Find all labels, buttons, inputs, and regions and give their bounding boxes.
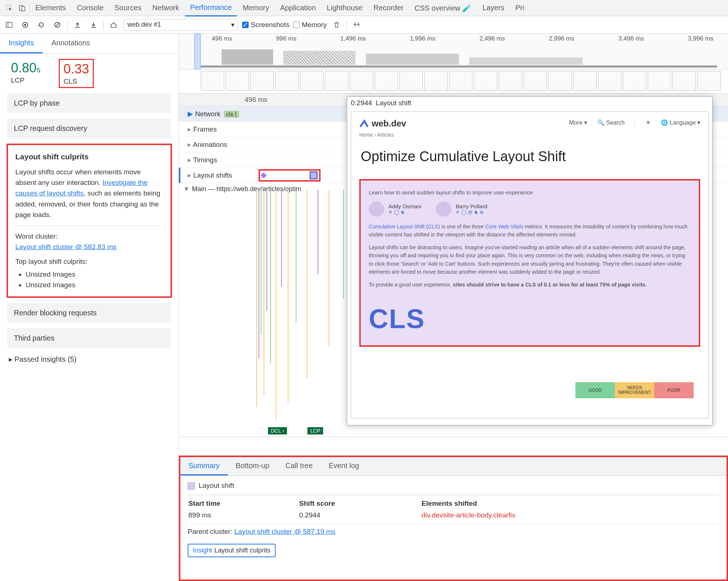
- layout-shift-culprits-card[interactable]: Layout shift culprits Layout shifts occu…: [7, 144, 172, 298]
- gc-icon[interactable]: [330, 19, 343, 31]
- tab-application[interactable]: Application: [275, 0, 321, 16]
- lcp-marker[interactable]: LCP: [307, 427, 323, 434]
- tab-memory[interactable]: Memory: [238, 0, 274, 16]
- sidetab-annotations[interactable]: Annotations: [43, 34, 99, 53]
- minimap[interactable]: 496 ms 996 ms 1,496 ms 1,996 ms 2,496 ms…: [179, 34, 728, 69]
- tab-layers[interactable]: Layers: [477, 0, 509, 16]
- avatar: [436, 201, 451, 217]
- toggle-sidebar-icon[interactable]: [3, 19, 15, 31]
- insight-render-blocking[interactable]: Render blocking requests: [7, 303, 171, 323]
- timeline-area: 496 ms 996 ms 1,496 ms 1,996 ms 2,496 ms…: [179, 34, 728, 581]
- download-icon[interactable]: [87, 19, 100, 31]
- filmstrip-thumb[interactable]: [499, 71, 522, 91]
- layout-shift-diamond-icon[interactable]: [261, 172, 267, 178]
- chevron-down-icon: ▾: [231, 21, 234, 29]
- svg-rect-2: [22, 7, 25, 11]
- dtab-calltree[interactable]: Call tree: [277, 457, 321, 475]
- dcl-marker[interactable]: DCL ›: [268, 427, 287, 434]
- divider: [29, 3, 30, 13]
- para: Layout shifts can be distracting to user…: [369, 243, 691, 276]
- insight-lcp-phase[interactable]: LCP by phase: [7, 93, 171, 113]
- reload-record-icon[interactable]: [35, 19, 47, 31]
- filmstrip-thumb[interactable]: [300, 71, 323, 91]
- shortcuts-icon[interactable]: [350, 19, 363, 31]
- screenshots-checkbox[interactable]: ✓ Screenshots: [242, 21, 290, 29]
- inspect-icon[interactable]: [3, 2, 15, 14]
- filmstrip-thumb[interactable]: [250, 71, 274, 91]
- dtab-bottomup[interactable]: Bottom-up: [228, 457, 277, 475]
- parent-cluster-link[interactable]: Layout shift cluster @ 587.19 ms: [234, 528, 336, 535]
- track-label: Frames: [179, 125, 256, 133]
- minimap-ticks: 496 ms 996 ms 1,496 ms 1,996 ms 2,496 ms…: [179, 34, 728, 42]
- filmstrip-thumb[interactable]: [648, 71, 671, 91]
- author: Addy Osmani✕ ◯ ♞: [369, 201, 421, 217]
- filmstrip-thumb[interactable]: [598, 71, 621, 91]
- filmstrip-thumb[interactable]: [673, 71, 696, 91]
- filmstrip-thumb[interactable]: [350, 71, 373, 91]
- clear-icon[interactable]: [51, 19, 64, 31]
- filmstrip-thumb[interactable]: [697, 71, 721, 91]
- record-icon[interactable]: [19, 19, 31, 31]
- chip-prefix: Insight: [193, 547, 212, 554]
- culprit-title: Layout shift culprits: [15, 151, 163, 163]
- performance-toolbar: web.dev #1 ▾ ✓ Screenshots Memory: [0, 16, 728, 34]
- tab-sources[interactable]: Sources: [110, 0, 146, 16]
- culprit-worst-link[interactable]: Layout shift cluster @ 582.83 ms: [15, 243, 116, 251]
- filmstrip-thumb[interactable]: [548, 71, 572, 91]
- insight-lcp-discovery[interactable]: LCP request discovery: [7, 118, 171, 138]
- col-score: Shift score: [299, 496, 421, 510]
- filmstrip-thumb[interactable]: [424, 71, 448, 91]
- filmstrip-thumb[interactable]: [449, 71, 472, 91]
- filmstrip-thumb[interactable]: [399, 71, 423, 91]
- filmstrip[interactable]: [179, 69, 728, 94]
- recording-name: web.dev #1: [127, 21, 161, 29]
- dtab-summary[interactable]: Summary: [180, 457, 228, 475]
- network-item: cls (: [224, 111, 239, 118]
- preview-topbar: More ▾ 🔍 Search ☀ 🌐 Language ▾: [359, 119, 700, 126]
- passed-insights-toggle[interactable]: Passed insights (5): [0, 348, 179, 370]
- tick: 3,496 ms: [618, 35, 644, 42]
- dtab-eventlog[interactable]: Event log: [321, 457, 367, 475]
- minimap-bars: [201, 46, 717, 65]
- svg-rect-3: [6, 22, 12, 27]
- tab-performance[interactable]: Performance: [185, 0, 237, 16]
- home-icon[interactable]: [107, 19, 120, 31]
- lcp-label: LCP: [11, 76, 41, 84]
- layout-shift-markers[interactable]: [258, 169, 321, 182]
- screenshots-label: Screenshots: [251, 21, 290, 29]
- filmstrip-thumb[interactable]: [573, 71, 597, 91]
- filmstrip-thumb[interactable]: [226, 71, 249, 91]
- insight-chip[interactable]: InsightLayout shift culprits: [188, 544, 276, 557]
- filmstrip-thumb[interactable]: [474, 71, 497, 91]
- minimap-handle[interactable]: [194, 34, 201, 69]
- filmstrip-thumb[interactable]: [375, 71, 398, 91]
- filmstrip-thumb[interactable]: [275, 71, 299, 91]
- tab-recorder[interactable]: Recorder: [368, 0, 409, 16]
- tab-overflow[interactable]: Pri: [510, 0, 529, 16]
- tab-network[interactable]: Network: [147, 0, 184, 16]
- insight-third-parties[interactable]: Third parties: [7, 328, 171, 348]
- tab-elements[interactable]: Elements: [30, 0, 71, 16]
- filmstrip-thumb[interactable]: [623, 71, 646, 91]
- tab-cssoverview[interactable]: CSS overview 🧪: [409, 0, 476, 16]
- sidetab-insights[interactable]: Insights: [0, 34, 43, 53]
- tick: 2,996 ms: [549, 35, 574, 42]
- tick: 1,496 ms: [340, 35, 366, 42]
- layout-shift-selected-icon[interactable]: [310, 171, 318, 179]
- memory-checkbox[interactable]: Memory: [293, 21, 327, 29]
- link-cwv: Core Web Vitals: [485, 224, 523, 229]
- filmstrip-thumb[interactable]: [325, 71, 348, 91]
- filmstrip-thumb[interactable]: [201, 71, 224, 91]
- upload-icon[interactable]: [71, 19, 84, 31]
- memory-label: Memory: [302, 21, 327, 29]
- tab-console[interactable]: Console: [72, 0, 108, 16]
- device-toggle-icon[interactable]: [16, 2, 28, 14]
- filmstrip-thumb[interactable]: [524, 71, 547, 91]
- main-split: Insights Annotations 0.80s LCP 0.33 CLS …: [0, 34, 728, 581]
- tab-lighthouse[interactable]: Lighthouse: [322, 0, 368, 16]
- val-elements[interactable]: div.devsite-article-body.clearfix: [422, 510, 719, 523]
- cls-metric[interactable]: 0.33 CLS: [59, 59, 94, 88]
- lcp-metric[interactable]: 0.80s LCP: [7, 59, 44, 88]
- event-kind: Layout shift: [199, 482, 234, 489]
- recording-selector[interactable]: web.dev #1 ▾: [123, 19, 238, 31]
